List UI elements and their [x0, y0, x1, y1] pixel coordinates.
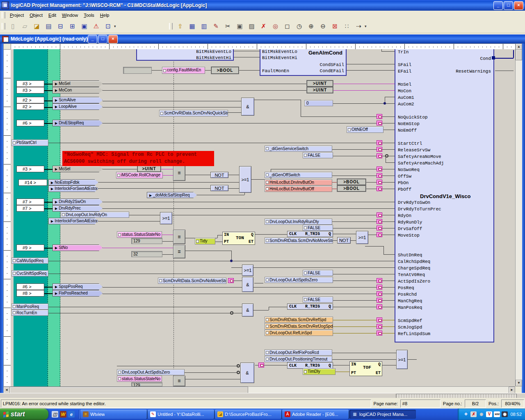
diagram-canvas[interactable]: BitMskEventLoBitMskEventHiGenAlmCondBitM… — [11, 49, 515, 386]
toolbar-grip2[interactable] — [169, 23, 173, 30]
var-label-status.StatusStateNo[interactable]: status.StatusStateNo — [117, 231, 162, 238]
block-TOF[interactable]: INQPTETTOF — [349, 361, 382, 376]
document-title-bar[interactable]: MdcLogic [AppLogic] (read-only) _□× — [0, 34, 525, 43]
scroll-left-icon[interactable]: ◄ — [3, 387, 10, 393]
block-32[interactable]: 32 — [131, 251, 162, 257]
connector-flag-DrvEStopReq[interactable]: ▶DrvEStopReq — [52, 120, 103, 126]
connection-marker[interactable] — [377, 278, 382, 283]
horizontal-scrollbar[interactable]: ◄ ► — [3, 386, 515, 393]
page-ref-#2>[interactable]: #2 > — [16, 97, 44, 103]
quick-launch-app2[interactable]: W — [60, 411, 66, 418]
zoom-rect-button[interactable]: ◻ — [282, 21, 293, 32]
connection-marker[interactable] — [377, 317, 382, 322]
menu-help[interactable]: Help — [97, 11, 112, 19]
task-button-2[interactable]: ◪D:\SourceProBas\Fro... — [215, 410, 281, 419]
zoom-out-button[interactable]: ⊖ — [317, 21, 329, 32]
page-ref-#3>[interactable]: #3 > — [16, 166, 44, 172]
tray-display-icon[interactable]: ◉ — [502, 411, 508, 417]
var-label-_diGenOffSwitch[interactable]: _diGenOffSwitch — [265, 172, 332, 178]
page-ref-#6>[interactable]: #6 > — [16, 283, 44, 290]
var-label-TimDly[interactable]: TimDly — [303, 368, 336, 375]
tile-vertical-button[interactable]: ⊞ — [67, 21, 78, 32]
page-ref-#9>[interactable]: #9 > — [16, 244, 44, 251]
zoom-fit-button[interactable]: ⊠ — [329, 21, 340, 32]
var-label-FALSE[interactable]: FALSE — [303, 270, 333, 276]
paste-button[interactable]: ▨ — [246, 21, 257, 32]
copy-button[interactable]: ▣ — [234, 21, 245, 32]
delete-object-button[interactable]: ✗ — [258, 21, 269, 32]
block-=[interactable]: = — [173, 165, 185, 181]
toolbar-dropdown-icon[interactable]: ▾ — [114, 24, 118, 28]
connection-marker[interactable] — [377, 173, 382, 178]
task-button-3[interactable]: AAdobe Reader - [E06... — [282, 410, 349, 419]
connection-mode-button[interactable]: ⇢ — [353, 21, 364, 32]
tray-agent-icon[interactable]: ◉ — [478, 411, 484, 417]
tray-xml-icon[interactable]: xml — [494, 411, 500, 417]
var-label-_diGenServiceSwitch[interactable]: _diGenServiceSwitch — [265, 146, 332, 152]
document-close-button[interactable]: × — [108, 35, 118, 43]
page-ref-#7>[interactable]: #7 > — [16, 205, 44, 212]
connector-flag-_doMdcSafStopReq[interactable]: ▶_doMdcSafStopReq — [147, 192, 197, 198]
new-window-button[interactable]: ⊡ — [103, 21, 114, 32]
tile-horizontal-button[interactable]: ⊟ — [55, 21, 66, 32]
var-label-DrvLoopOut.InvRdyOn[interactable]: DrvLoopOut.InvRdyOn — [61, 212, 129, 218]
task-button-0[interactable]: ≡Wtview — [80, 410, 147, 419]
block->UINT[interactable]: >UINT — [307, 87, 333, 93]
var-label-ScmDrvRtData.ScmDrvRefJogSpd[interactable]: ScmDrvRtData.ScmDrvRefJogSpd — [265, 323, 333, 329]
start-button[interactable]: start — [0, 409, 48, 420]
block-NOT[interactable]: NOT — [337, 237, 351, 244]
connector-flag-ScmAlive[interactable]: ▶ScmAlive — [52, 97, 103, 103]
check-object-button[interactable]: ◎ — [270, 21, 281, 32]
connection-marker[interactable] — [228, 278, 234, 283]
connection-marker[interactable] — [377, 219, 382, 224]
title-bar[interactable]: logiCAD Project Management: "J:\WISCO-RC… — [0, 0, 525, 11]
connection-marker[interactable] — [377, 147, 382, 152]
scroll-down-icon[interactable]: ▼ — [516, 380, 522, 386]
var-label-RocTurnEn[interactable]: RocTurnEn — [11, 310, 48, 316]
window-minimize-button[interactable]: _ — [493, 1, 503, 10]
connection-marker[interactable] — [377, 291, 382, 296]
block-TON[interactable]: INQPTETTON — [222, 232, 255, 245]
block-const[interactable] — [123, 67, 152, 74]
var-label-OltNEOff[interactable]: OltNEOff — [347, 126, 383, 133]
block-DrvCondV1e_Wisco[interactable]: DrvCondV1e_WiscoTrInSFailEFailMoSelMoCon… — [395, 49, 494, 342]
var-label-DrvLoopOut.PositioningTimeout[interactable]: DrvLoopOut.PositioningTimeout — [265, 356, 332, 362]
var-label-DrvLoopOut.RefFixPosRcd[interactable]: DrvLoopOut.RefFixPosRcd — [265, 349, 332, 356]
menu-window[interactable]: Window — [59, 11, 81, 19]
var-label-HmiLocBut.DrvInvButOff[interactable]: HmiLocBut.DrvInvButOff — [265, 186, 332, 192]
open-project-button[interactable]: ◪ — [31, 21, 42, 32]
connection-marker[interactable] — [377, 114, 382, 119]
page-ref-#7>[interactable]: #7 > — [16, 199, 44, 205]
connection-marker[interactable] — [377, 324, 382, 329]
var-label-DrvLoopOut.RefLinSpd[interactable]: DrvLoopOut.RefLinSpd — [265, 330, 333, 336]
window-maximize-button[interactable]: □ — [504, 1, 513, 10]
connector-flag-NoEstopFdbk[interactable]: ▶NoEstopFdbk — [48, 179, 98, 185]
block-=[interactable]: = — [173, 245, 185, 258]
block->BOOL[interactable]: >BOOL — [337, 179, 366, 185]
quick-launch-ie[interactable]: e — [68, 411, 75, 418]
var-label-ScmDrvRtData.ScmDrvNoMoveStop[interactable]: ScmDrvRtData.ScmDrvNoMoveStop — [265, 237, 333, 244]
document-maximize-button[interactable]: □ — [98, 35, 107, 43]
var-label-DrvLoopOut.ActSpdIsZero[interactable]: DrvLoopOut.ActSpdIsZero — [265, 277, 333, 283]
vertical-scroll-thumb[interactable] — [516, 50, 522, 60]
var-label-ScmDrvRtData.ScmDrvNoMoveStop[interactable]: ScmDrvRtData.ScmDrvNoMoveStop — [158, 278, 226, 284]
connector-flag-MoSel[interactable]: ▶MoSel — [52, 166, 103, 172]
var-label-DrvLoopOut.ActSpdIsZero[interactable]: DrvLoopOut.ActSpdIsZero — [117, 369, 185, 375]
connector-flag-InterlockForSwoAtEstop[interactable]: ▶InterlockForSwoAtEstop — [48, 218, 98, 224]
block-NOT[interactable]: NOT — [210, 185, 228, 191]
block->UINT[interactable]: >UINT — [137, 166, 161, 172]
var-label-ScmDrvRtData.ScmDrvNoQuickStop[interactable]: ScmDrvRtData.ScmDrvNoQuickStop — [159, 110, 228, 116]
task-button-1[interactable]: ✎Untitled - Y:\DataRolli... — [148, 410, 214, 419]
connector-flag-DrvRdy2SwOn[interactable]: ▶DrvRdy2SwOn — [52, 199, 103, 205]
connector-flag-SpspPosReq[interactable]: ▶SpspPosReq — [52, 283, 103, 290]
connector-flag-LoopAlive[interactable]: ▶LoopAlive — [52, 103, 103, 110]
var-label-PbStartCtrl[interactable]: PbStartCtrl — [11, 139, 48, 146]
block->=1[interactable]: >=1 — [396, 350, 408, 369]
connection-marker[interactable] — [377, 232, 382, 237]
block-partial-top[interactable]: BitMskEventLoBitMskEventHi — [136, 49, 234, 61]
cut-button[interactable]: ✂ — [222, 21, 233, 32]
block->=1[interactable]: >=1 — [239, 166, 251, 193]
block-R_TRIG[interactable]: CLKR_TRIGQ — [287, 231, 333, 237]
edit-mode-button[interactable]: ✎ — [210, 21, 221, 32]
connection-marker[interactable] — [377, 331, 382, 336]
